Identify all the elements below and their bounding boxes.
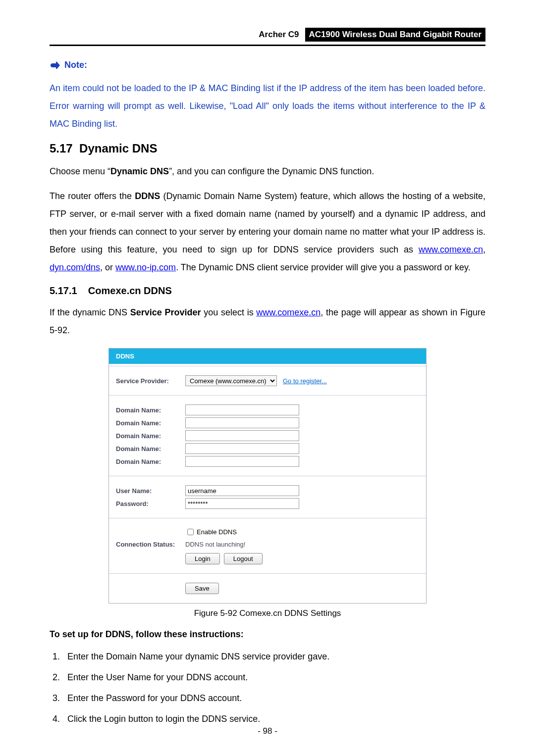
text-bold: Domain Name bbox=[106, 652, 163, 661]
instructions-list: Enter the Domain Name your dynamic DNS s… bbox=[50, 648, 485, 728]
page-header: Archer C9 AC1900 Wireless Dual Band Giga… bbox=[50, 28, 485, 46]
link-comexe[interactable]: www.comexe.cn bbox=[419, 245, 483, 254]
service-provider-select[interactable]: Comexe (www.comexe.cn) bbox=[185, 375, 277, 386]
label-domain-name-3: Domain Name: bbox=[116, 432, 185, 440]
device-model: Archer C9 bbox=[259, 30, 299, 40]
text: button to login the DDNS service. bbox=[126, 714, 260, 724]
text: , bbox=[483, 245, 485, 254]
subsection-title: 5.17.1 Comexe.cn DDNS bbox=[50, 285, 485, 297]
section-intro: Choose menu “Dynamic DNS”, and you can c… bbox=[50, 162, 485, 180]
text: for your DDNS account. bbox=[151, 672, 248, 682]
label-username: User Name: bbox=[116, 487, 185, 495]
label-password: Password: bbox=[116, 500, 185, 507]
list-item: Click the Login button to login the DDNS… bbox=[62, 710, 485, 728]
text: Enter the bbox=[67, 672, 106, 682]
text: Click the bbox=[67, 714, 104, 724]
text-bold: Service Provider bbox=[130, 307, 201, 317]
connection-status-text: DDNS not launching! bbox=[185, 541, 245, 548]
subsection-name: Comexe.cn DDNS bbox=[88, 285, 172, 296]
text: If the dynamic DNS bbox=[50, 307, 130, 317]
text: Enter the bbox=[67, 693, 106, 703]
register-link[interactable]: Go to register... bbox=[283, 377, 327, 385]
domain-name-input-3[interactable] bbox=[185, 430, 299, 441]
ddns-settings-figure: DDNS Service Provider: Comexe (www.comex… bbox=[108, 348, 427, 604]
instructions-heading: To set up for DDNS, follow these instruc… bbox=[50, 629, 485, 640]
text: Enter the bbox=[67, 652, 106, 661]
login-button[interactable]: Login bbox=[185, 553, 220, 564]
enable-ddns-label: Enable DDNS bbox=[197, 528, 237, 536]
page-number: - 98 - bbox=[0, 726, 535, 736]
text: for your DDNS account. bbox=[145, 693, 242, 703]
label-domain-name-2: Domain Name: bbox=[116, 419, 185, 427]
domain-name-input-5[interactable] bbox=[185, 456, 299, 467]
text: . The Dynamic DNS client service provide… bbox=[176, 262, 471, 272]
logout-button[interactable]: Logout bbox=[224, 553, 263, 564]
text-bold: DDNS bbox=[135, 191, 160, 201]
note-heading: Note: bbox=[50, 60, 485, 70]
panel-title: DDNS bbox=[109, 349, 426, 366]
device-product: AC1900 Wireless Dual Band Gigabit Router bbox=[305, 28, 485, 42]
link-comexe-2[interactable]: www.comexe.cn bbox=[256, 307, 321, 317]
subsection-intro: If the dynamic DNS Service Provider you … bbox=[50, 303, 485, 339]
link-dyn[interactable]: dyn.com/dns bbox=[50, 262, 100, 272]
label-domain-name-4: Domain Name: bbox=[116, 445, 185, 453]
text: ”, and you can configure the Dynamic DNS… bbox=[169, 166, 374, 176]
text-bold: Login bbox=[104, 714, 126, 724]
section-name: Dynamic DNS bbox=[79, 142, 157, 155]
enable-ddns-checkbox[interactable] bbox=[187, 529, 194, 535]
list-item: Enter the Password for your DDNS account… bbox=[62, 689, 485, 707]
section-title: 5.17 Dynamic DNS bbox=[50, 142, 485, 155]
label-service-provider: Service Provider: bbox=[116, 377, 185, 385]
username-input[interactable] bbox=[185, 485, 299, 496]
text-bold: Dynamic DNS bbox=[110, 166, 169, 176]
domain-name-input-4[interactable] bbox=[185, 443, 299, 454]
text-bold: User Name bbox=[106, 672, 151, 682]
label-domain-name-5: Domain Name: bbox=[116, 458, 185, 465]
subsection-number: 5.17.1 bbox=[50, 285, 77, 296]
password-input[interactable] bbox=[185, 498, 299, 509]
label-domain-name-1: Domain Name: bbox=[116, 406, 185, 414]
figure-caption: Figure 5-92 Comexe.cn DDNS Settings bbox=[50, 608, 485, 618]
link-noip[interactable]: www.no-ip.com bbox=[115, 262, 176, 272]
section-description: The router offers the DDNS (Dynamic Doma… bbox=[50, 187, 485, 276]
save-button[interactable]: Save bbox=[185, 583, 219, 594]
text: your dynamic DNS service provider gave. bbox=[163, 652, 329, 661]
domain-name-input-2[interactable] bbox=[185, 417, 299, 428]
section-number: 5.17 bbox=[50, 142, 73, 155]
note-title-text: Note: bbox=[64, 60, 87, 70]
note-body: An item could not be loaded to the IP & … bbox=[50, 79, 485, 133]
list-item: Enter the Domain Name your dynamic DNS s… bbox=[62, 648, 485, 665]
text: The router offers the bbox=[50, 191, 135, 201]
text: you select is bbox=[201, 307, 257, 317]
text: , or bbox=[100, 262, 115, 272]
pointing-hand-icon bbox=[50, 61, 60, 70]
domain-name-input-1[interactable] bbox=[185, 404, 299, 415]
text-bold: Password bbox=[106, 693, 145, 703]
text: Choose menu “ bbox=[50, 166, 110, 176]
list-item: Enter the User Name for your DDNS accoun… bbox=[62, 668, 485, 686]
label-connection-status: Connection Status: bbox=[116, 541, 185, 548]
